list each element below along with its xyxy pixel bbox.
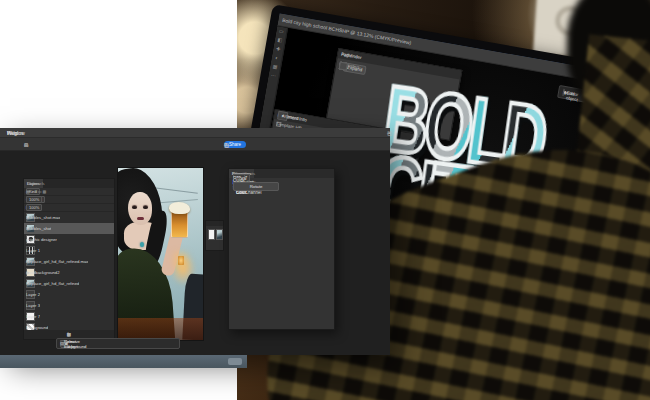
layer-row[interactable]: graphic designer xyxy=(24,234,114,245)
layer-fx-badge: fx xyxy=(26,260,29,264)
artwork-warm-foreground xyxy=(118,318,203,340)
tab-paths[interactable]: Paths xyxy=(24,179,41,188)
artwork-lantern xyxy=(178,256,184,265)
menu-help[interactable]: Help xyxy=(7,128,17,138)
zoom-tool-icon[interactable]: ⌕ xyxy=(24,141,27,148)
artwork-pendant xyxy=(140,242,144,247)
opacity-dropdown[interactable]: 100% xyxy=(26,196,42,203)
close-icon[interactable]: ✕ xyxy=(387,128,392,138)
artwork-lips xyxy=(137,217,144,220)
artwork-face xyxy=(128,192,152,225)
mini-layer-thumbnail xyxy=(208,229,215,240)
layer-row-selected[interactable]: Bubbles_shot xyxy=(24,223,114,234)
fill-dropdown[interactable]: 100% xyxy=(26,204,42,211)
workspace-icon[interactable]: ▤ xyxy=(224,142,229,148)
layer-fx-badge: fx xyxy=(26,271,29,275)
layer-row[interactable]: goodbackground2fx xyxy=(24,267,114,278)
layer-row[interactable]: Replace_girl_hd_flat_refined.maxfx xyxy=(24,256,114,267)
photoshop-window: Plugins Window Help – ▢ ✕ ▭ ⊞ ⊟ ⊠ ⋯ ⌕ Sh… xyxy=(0,128,390,355)
delete-layer-icon[interactable]: ▯ xyxy=(68,332,70,337)
filter-type-icons[interactable]: ▦◑T▭▩ xyxy=(26,189,47,194)
mini-panel-header xyxy=(206,221,223,226)
desktop-strip-tab xyxy=(228,358,242,365)
layer-row[interactable]: Replace_girl_hd_flat_refined xyxy=(24,278,114,289)
mini-mask-thumbnail xyxy=(216,229,223,240)
desktop-strip xyxy=(0,355,247,368)
layers-panel-tabs: History Layers Channels Paths xyxy=(24,179,114,188)
layers-panel: History Layers Channels Paths ⌕ Kind ▦◑T… xyxy=(23,178,115,340)
artwork-beer-foam xyxy=(169,202,190,214)
more-icon: ⋮ xyxy=(563,90,568,96)
menu-bar: Plugins Window Help – ▢ ✕ xyxy=(0,128,390,138)
options-bar: ▭ ⊞ ⊟ ⊠ ⋯ ⌕ Share ◷ ⌕ ? ▤ xyxy=(0,138,390,151)
screenshot-root: Bold city high school BCHSHP @ 13.12% (C… xyxy=(0,0,650,400)
layer-row[interactable]: Layer 2 xyxy=(24,289,114,300)
layer-filter-row: ⌕ Kind ▦◑T▭▩ xyxy=(24,188,114,196)
artwork-eye xyxy=(132,206,137,209)
rotate-button[interactable]: Rotate xyxy=(233,182,279,191)
taskbar-more-icon[interactable]: ⋯ xyxy=(60,341,65,346)
mini-panel xyxy=(205,220,224,251)
lock-row: Lock: ▣✛◧ Fill: 100% xyxy=(24,204,114,212)
workspace-area: History Layers Channels Paths ⌕ Kind ▦◑T… xyxy=(0,151,390,355)
artwork-eye xyxy=(143,206,148,209)
layer-row[interactable]: Layer 7 xyxy=(24,311,114,322)
artwork-canvas[interactable] xyxy=(118,168,203,340)
contextual-taskbar: ☻ Select subject ▣ Remove background ▤ ⋯ xyxy=(56,338,180,349)
layer-row[interactable]: Bubbles_shot.max xyxy=(24,212,114,223)
blend-mode-row: Normal Opacity: 100% xyxy=(24,196,114,204)
artwork-beer-glass xyxy=(171,210,188,238)
layer-row[interactable]: Layer 1 xyxy=(24,245,114,256)
properties-panel: Properties Adjustments Libraries ▤ Docum… xyxy=(228,168,335,330)
layer-row[interactable]: Layer 3 xyxy=(24,300,114,311)
